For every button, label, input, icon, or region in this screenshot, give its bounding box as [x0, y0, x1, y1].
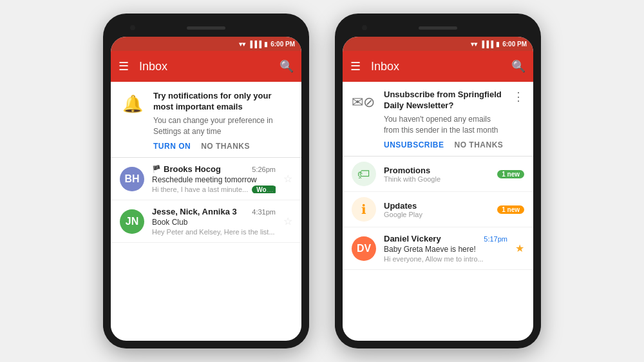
email-subject-brooks: Reschedule meeting tomorrow [152, 175, 276, 184]
more-options-icon[interactable]: ⋮ [513, 90, 524, 104]
email-item-brooks[interactable]: BH 🏴 Brooks Hocog 5:26pm Reschedule meet… [111, 158, 301, 200]
no-thanks-button-2[interactable]: NO THANKS [455, 140, 504, 149]
notification-title: Try notifications for only your most imp… [153, 91, 291, 113]
unsubscribe-title: Unsubscribe from Springfield Daily Newsl… [384, 90, 504, 111]
promotions-name: Promotions [384, 166, 489, 175]
email-item-jesse[interactable]: JN Jesse, Nick, Annika 3 4:31pm Book Clu… [111, 200, 301, 243]
updates-content: Updates Google Play [384, 201, 489, 218]
sender-row-brooks: 🏴 Brooks Hocog 5:26pm [152, 164, 276, 174]
wifi-icon: ▾▾ [239, 41, 245, 48]
email-preview-brooks: Hi there, I have a last minute... Work [152, 186, 276, 193]
bell-icon: 🔔 [121, 92, 144, 115]
unsubscribe-button[interactable]: UNSUBSCRIBE [384, 140, 444, 149]
avatar-jesse: JN [120, 209, 144, 234]
status-bar-1: ▾▾ ▐▐▐ ▮ 6:00 PM [111, 37, 301, 51]
promotions-row[interactable]: 🏷 Promotions Think with Google 1 new [343, 157, 533, 192]
email-preview-daniel: Hi everyone, Allow me to intro... [384, 255, 507, 263]
camera-2 [362, 25, 367, 30]
unsubscribe-content: Unsubscribe from Springfield Daily Newsl… [384, 90, 504, 149]
email-content-daniel: Daniel Vickery 5:17pm Baby Greta Maeve i… [384, 234, 507, 263]
email-subject-daniel: Baby Greta Maeve is here! [384, 245, 507, 254]
updates-icon: ℹ [352, 197, 376, 222]
app-bar-1: ☰ Inbox 🔍 [111, 51, 301, 82]
search-button-1[interactable]: 🔍 [279, 59, 294, 73]
search-button-2[interactable]: 🔍 [511, 59, 526, 73]
promotions-icon: 🏷 [352, 162, 376, 186]
unsubscribe-icon: ✉⊘ [352, 91, 375, 114]
promotions-sub: Think with Google [384, 175, 489, 183]
email-content-jesse: Jesse, Nick, Annika 3 4:31pm Book Club H… [152, 207, 276, 236]
updates-sub: Google Play [384, 211, 489, 218]
updates-name: Updates [384, 201, 489, 211]
hamburger-menu-1[interactable]: ☰ [118, 59, 129, 73]
speaker-2 [419, 26, 457, 30]
unsubscribe-body: You haven't opened any emails from this … [384, 114, 504, 136]
promotions-badge: 1 new [497, 170, 524, 178]
email-actions-jesse: ☆ [283, 215, 292, 227]
star-daniel[interactable]: ★ [515, 242, 524, 254]
sender-name-brooks: 🏴 Brooks Hocog [152, 164, 221, 174]
sender-name-daniel: Daniel Vickery [384, 234, 441, 243]
sender-row-daniel: Daniel Vickery 5:17pm [384, 234, 507, 243]
hamburger-menu-2[interactable]: ☰ [350, 59, 361, 73]
star-jesse[interactable]: ☆ [283, 215, 292, 227]
flag-icon-brooks: 🏴 [152, 165, 161, 173]
sender-row-jesse: Jesse, Nick, Annika 3 4:31pm [152, 207, 276, 216]
email-time-brooks: 5:26pm [252, 166, 276, 173]
notification-content: Try notifications for only your most imp… [153, 91, 291, 151]
updates-badge: 1 new [497, 205, 524, 214]
no-thanks-button-1[interactable]: NO THANKS [201, 142, 250, 151]
phone-top-bar-2 [343, 21, 533, 34]
turn-on-button[interactable]: TURN ON [153, 142, 191, 151]
app-title-2: Inbox [371, 60, 511, 73]
updates-row[interactable]: ℹ Updates Google Play 1 new [343, 192, 533, 227]
phone-1: ▾▾ ▐▐▐ ▮ 6:00 PM ☰ Inbox 🔍 🔔 Try notific… [103, 14, 309, 348]
status-icons-1: ▾▾ ▐▐▐ ▮ 6:00 PM [239, 41, 295, 48]
star-brooks[interactable]: ☆ [283, 173, 292, 185]
email-subject-jesse: Book Club [152, 218, 276, 227]
phone-screen-1: ▾▾ ▐▐▐ ▮ 6:00 PM ☰ Inbox 🔍 🔔 Try notific… [111, 37, 301, 341]
notification-actions: TURN ON NO THANKS [153, 142, 291, 151]
promotions-content: Promotions Think with Google [384, 166, 489, 183]
phone-screen-2: ▾▾ ▐▐▐ ▮ 6:00 PM ☰ Inbox 🔍 ✉⊘ Unsubscrib… [343, 37, 533, 341]
battery-icon: ▮ [264, 41, 268, 48]
unsubscribe-actions: UNSUBSCRIBE NO THANKS [384, 140, 504, 149]
camera-1 [130, 25, 135, 30]
status-time-1: 6:00 PM [270, 41, 295, 48]
email-actions-daniel: ★ [515, 242, 524, 254]
battery-icon-2: ▮ [496, 41, 500, 48]
wifi-icon-2: ▾▾ [471, 41, 477, 48]
email-actions-brooks: ☆ [283, 173, 292, 185]
email-time-jesse: 4:31pm [252, 208, 276, 216]
notification-body: You can change your preference in Settin… [153, 115, 291, 137]
phone-top-bar-1 [111, 21, 301, 34]
status-bar-2: ▾▾ ▐▐▐ ▮ 6:00 PM [343, 37, 533, 51]
status-time-2: 6:00 PM [502, 41, 527, 48]
notification-card: 🔔 Try notifications for only your most i… [111, 82, 301, 158]
sender-name-jesse: Jesse, Nick, Annika 3 [152, 207, 237, 216]
unsubscribe-card: ✉⊘ Unsubscribe from Springfield Daily Ne… [343, 82, 533, 157]
email-list-1: BH 🏴 Brooks Hocog 5:26pm Reschedule meet… [111, 158, 301, 341]
signal-icon: ▐▐▐ [248, 41, 261, 48]
avatar-brooks: BH [120, 167, 144, 191]
signal-icon-2: ▐▐▐ [480, 41, 493, 48]
email-preview-jesse: Hey Peter and Kelsey, Here is the list..… [152, 228, 276, 236]
app-bar-2: ☰ Inbox 🔍 [343, 51, 533, 82]
status-icons-2: ▾▾ ▐▐▐ ▮ 6:00 PM [471, 41, 527, 48]
phone-2: ▾▾ ▐▐▐ ▮ 6:00 PM ☰ Inbox 🔍 ✉⊘ Unsubscrib… [335, 14, 541, 348]
app-title-1: Inbox [139, 60, 279, 73]
email-content-brooks: 🏴 Brooks Hocog 5:26pm Reschedule meeting… [152, 164, 276, 193]
speaker-1 [187, 26, 225, 30]
work-badge: Work [252, 186, 276, 193]
email-item-daniel[interactable]: DV Daniel Vickery 5:17pm Baby Greta Maev… [343, 227, 533, 270]
avatar-daniel: DV [352, 236, 376, 261]
email-time-daniel: 5:17pm [484, 235, 507, 243]
